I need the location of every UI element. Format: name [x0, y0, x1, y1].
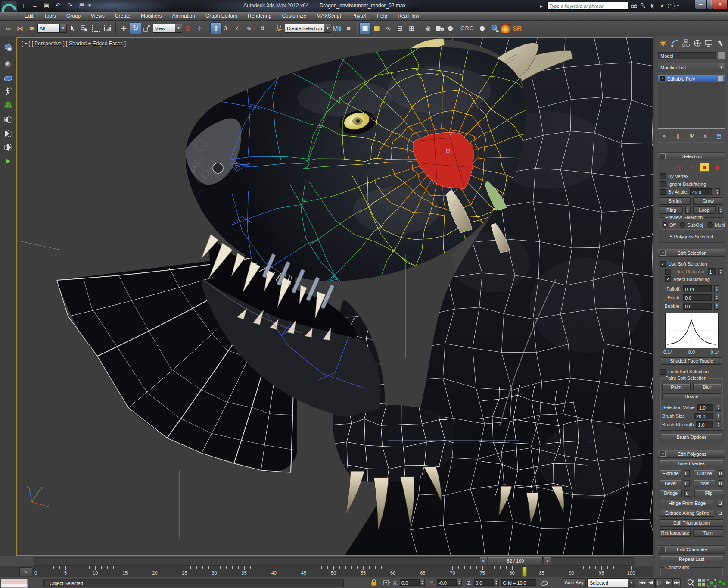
named-selection-sets-icon[interactable]: { }ABC [273, 22, 285, 34]
sim-rewind-icon[interactable] [2, 114, 15, 126]
tab-display-icon[interactable] [703, 38, 714, 48]
collapse-icon[interactable]: − [660, 451, 666, 457]
menu-item-group[interactable]: Group [61, 12, 86, 21]
communication-center-icon[interactable] [649, 2, 656, 10]
next-frame-nudge-button[interactable]: > [544, 557, 551, 565]
bind-to-spacewarp-icon[interactable]: ≋ [26, 22, 37, 34]
falloff-spinner[interactable]: ▲▼ [714, 285, 719, 292]
isolate-selection-icon[interactable]: ⇧ [210, 22, 222, 34]
next-frame-button[interactable]: ▮▶ [664, 578, 672, 587]
help-more-icon[interactable]: ▾ [676, 2, 680, 10]
brush-size-spinner[interactable]: ▲▼ [716, 413, 721, 419]
menu-item-tools[interactable]: Tools [39, 12, 61, 21]
retriangulate-button[interactable]: Retriangulate [660, 529, 691, 537]
select-and-move-icon[interactable]: ✚ [118, 22, 130, 34]
tab-modify-icon[interactable] [669, 38, 680, 48]
edit-polygons-rollout-header[interactable]: − Edit Polygons [658, 450, 725, 458]
ignore-backfacing-checkbox[interactable] [660, 181, 666, 187]
preview-multi-radio[interactable] [707, 222, 713, 228]
falloff-field[interactable]: 0.14 [683, 285, 712, 292]
lock-soft-selection-checkbox[interactable] [660, 369, 666, 375]
redo-button[interactable]: ↷ [65, 1, 75, 10]
show-end-result-icon[interactable]: ∥ [673, 133, 683, 139]
menu-item-customize[interactable]: Customize [277, 12, 311, 21]
pin-stack-icon[interactable]: ⌖ [660, 133, 669, 139]
flip-button[interactable]: Flip [694, 490, 723, 497]
outline-settings-button[interactable] [718, 470, 723, 477]
tab-motion-icon[interactable] [692, 38, 703, 48]
bubble-spinner[interactable]: ▲▼ [714, 303, 719, 310]
subobject-border-icon[interactable]: ◇ [687, 163, 697, 172]
previous-frame-nudge-button[interactable]: < [480, 557, 487, 565]
sim-play-icon[interactable] [2, 128, 15, 140]
select-and-link-icon[interactable]: ∞ [3, 22, 14, 34]
project-folder-button[interactable]: ▤ [77, 1, 87, 10]
subscription-key-icon[interactable] [639, 2, 647, 10]
object-color-swatch[interactable] [718, 52, 725, 59]
bubble-field[interactable]: 0.0 [683, 303, 712, 310]
menu-item-realflow[interactable]: RealFlow [392, 12, 424, 21]
brush-strength-spinner[interactable]: ▲▼ [716, 421, 721, 428]
x-spinner[interactable]: ▲▼ [420, 579, 425, 586]
extrude-spline-settings-button[interactable] [717, 510, 723, 516]
menu-item-help[interactable]: Help [371, 12, 392, 21]
by-vertex-checkbox[interactable] [660, 173, 666, 179]
by-angle-field[interactable]: 45.0 [690, 188, 712, 195]
extrude-settings-button[interactable] [684, 470, 689, 477]
edit-geometry-rollout-header[interactable]: − Edit Geometry [658, 546, 725, 554]
time-slider-handle[interactable]: 82 / 100 [488, 557, 543, 565]
perspective-viewport[interactable]: z [ + ] [ Perspective ] [ Shaded + Edged… [16, 37, 653, 556]
menu-item-edit[interactable]: Edit [19, 12, 39, 21]
open-file-button[interactable]: ▱ [30, 1, 40, 10]
z-spinner[interactable]: ▲▼ [494, 579, 499, 586]
web-browser-icon[interactable] [2, 41, 15, 53]
angle-snap-icon[interactable]: ∠∩ [233, 22, 245, 34]
absolute-mode-icon[interactable] [383, 579, 390, 588]
outline-button[interactable]: Outline [694, 470, 715, 477]
extrude-along-spline-button[interactable]: Extrude Along Spline [660, 510, 714, 517]
sim-run-icon[interactable] [2, 155, 15, 167]
repeat-last-button[interactable]: Repeat Last [660, 556, 723, 563]
manage-layers-icon[interactable]: ▤ [359, 22, 371, 34]
extrude-button[interactable]: Extrude [660, 470, 681, 477]
track-bar[interactable]: ∿ 05101520253035404550556065707580859095… [0, 566, 653, 577]
menu-item-rendering[interactable]: Rendering [243, 12, 277, 21]
graphite-toolbox-icon[interactable]: ▦ [371, 22, 383, 34]
selection-value-spinner[interactable]: ▲▼ [716, 404, 721, 411]
named-selection-dropdown[interactable]: Create Selection Se▼ [285, 24, 331, 33]
modifier-list-dropdown[interactable]: Modifier List▼ [658, 63, 725, 72]
brush-size-field[interactable]: 20.0 [694, 413, 713, 419]
inset-settings-button[interactable] [718, 480, 723, 487]
reference-coordinate-dropdown[interactable]: View▼ [153, 24, 182, 33]
shrink-button[interactable]: Shrink [660, 197, 691, 205]
menu-item-create[interactable]: Create [110, 12, 136, 21]
collapse-icon[interactable]: − [660, 250, 666, 256]
select-and-rotate-icon[interactable]: ↻ [130, 22, 141, 34]
bevel-settings-button[interactable] [684, 480, 689, 487]
affect-backfacing-checkbox[interactable]: ✓ [665, 276, 671, 282]
auto-key-button[interactable]: Auto Key [563, 578, 586, 587]
curve-editor-icon[interactable]: ∿ [383, 22, 394, 34]
selection-lock-icon[interactable] [370, 579, 377, 588]
emitter-figure-icon[interactable] [2, 85, 15, 97]
preview-off-radio[interactable] [662, 222, 668, 228]
hinge-from-edge-button[interactable]: Hinge From Edge [660, 500, 714, 507]
stack-expand-icon[interactable]: + [660, 76, 665, 81]
loop-button[interactable]: Loop [693, 206, 716, 214]
use-pivot-point-icon[interactable]: ⊙ [182, 22, 194, 34]
sphere-icon[interactable] [2, 59, 15, 71]
viewport-label[interactable]: [ + ] [ Perspective ] [ Shaded + Edged F… [22, 41, 126, 47]
y-spinner[interactable]: ▲▼ [457, 579, 462, 586]
go-to-start-button[interactable]: |◀◀ [638, 578, 646, 587]
cloth-icon[interactable] [2, 99, 15, 111]
render-production-icon[interactable] [477, 22, 489, 34]
pinch-spinner[interactable]: ▲▼ [714, 294, 719, 301]
menu-item-maxscript[interactable]: MAXScript [311, 12, 346, 21]
align-icon[interactable]: ≡ [343, 22, 355, 34]
select-and-manipulate-icon[interactable]: ✛ [194, 22, 205, 34]
spinner-snap-icon[interactable]: ⇅ [257, 22, 268, 34]
selection-rollout-header[interactable]: − Selection [658, 153, 725, 160]
tab-hierarchy-icon[interactable] [681, 38, 691, 48]
edit-triangulation-button[interactable]: Edit Triangulation [660, 519, 723, 527]
soft-selection-rollout-header[interactable]: − Soft Selection [658, 249, 725, 257]
